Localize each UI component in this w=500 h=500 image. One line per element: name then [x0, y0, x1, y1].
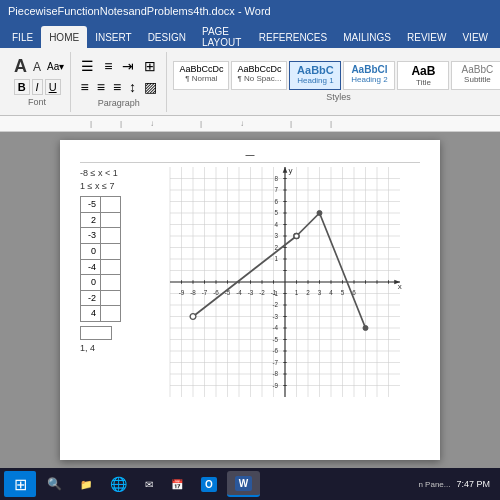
y-tick-7: 7	[275, 186, 279, 193]
font-group-label: Font	[28, 97, 46, 107]
tab-design[interactable]: DESIGN	[140, 26, 194, 48]
start-button[interactable]: ⊞	[4, 471, 36, 497]
style-subtitle[interactable]: AaBbC Subtitle	[451, 61, 500, 90]
x-tick-neg4: -4	[236, 289, 242, 296]
coord-label: 1, 4	[80, 342, 140, 355]
file-explorer-icon: 📁	[80, 479, 92, 490]
font-color-btn[interactable]: Aa▾	[47, 61, 64, 72]
calendar-icon: 📅	[171, 479, 183, 490]
ribbon-group-font: A A Aa▾ B I U Font	[4, 52, 71, 112]
taskbar-word[interactable]: W	[227, 471, 260, 497]
taskbar-browser[interactable]: 🌐	[102, 471, 135, 497]
italic-icon[interactable]: I	[32, 79, 43, 95]
tab-file[interactable]: FILE	[4, 26, 41, 48]
table-cell: 0	[81, 275, 101, 291]
align-right-icon[interactable]: ≡	[110, 78, 124, 96]
table-row: 2	[81, 212, 121, 228]
tab-view[interactable]: VIEW	[454, 26, 496, 48]
tab-references[interactable]: REFERENCES	[251, 26, 335, 48]
style-title[interactable]: AaB Title	[397, 61, 449, 90]
table-cell: -4	[81, 259, 101, 275]
value-table: -5 2 -3 0 -4	[80, 196, 121, 322]
underline-icon[interactable]: U	[45, 79, 61, 95]
table-cell	[101, 275, 121, 291]
filled-circle-peak	[317, 210, 322, 215]
time-display: 7:47 PM	[456, 479, 490, 489]
page-top-indicator: —	[80, 150, 420, 163]
tab-home[interactable]: HOME	[41, 26, 87, 48]
list-bullets-icon[interactable]: ☰	[77, 56, 98, 76]
table-row: 4	[81, 306, 121, 322]
table-cell: 0	[81, 243, 101, 259]
x-tick-4: 4	[329, 289, 333, 296]
y-tick-4: 4	[275, 221, 279, 228]
y-tick-neg5: -5	[272, 336, 278, 343]
y-tick-neg6: -6	[272, 347, 278, 354]
taskbar-file-explorer[interactable]: 📁	[72, 471, 100, 497]
tab-page-layout[interactable]: PAGE LAYOUT	[194, 26, 251, 48]
ruler-mark-arrow: ↓	[240, 119, 244, 128]
y-tick-neg8: -8	[272, 370, 278, 377]
styles-row: AaBbCcDc ¶ Normal AaBbCcDc ¶ No Spac... …	[173, 61, 500, 90]
clock-time: 7:47	[456, 479, 474, 489]
search-button[interactable]: 🔍	[40, 471, 68, 497]
x-tick-neg6: -6	[213, 289, 219, 296]
list-numbers-icon[interactable]: ≡	[100, 56, 116, 76]
table-cell: -5	[81, 197, 101, 213]
browser-icon: 🌐	[110, 476, 127, 492]
font-size-large-a: A	[10, 56, 31, 77]
table-cell: -3	[81, 228, 101, 244]
tab-mailings[interactable]: MAILINGS	[335, 26, 399, 48]
align-left-icon[interactable]: ≡	[78, 78, 92, 96]
filled-circle-end	[363, 325, 368, 330]
y-tick-neg4: -4	[272, 324, 278, 331]
table-cell	[101, 212, 121, 228]
doc-area: — -8 ≤ x < 1 1 ≤ x ≤ 7 -5 2 -3	[0, 132, 500, 468]
ruler-mark: |	[200, 119, 202, 128]
x-tick-3: 3	[318, 289, 322, 296]
table-row: 0	[81, 243, 121, 259]
font-size-small-a: A	[33, 60, 41, 74]
taskbar-calendar[interactable]: 📅	[163, 471, 191, 497]
x-tick-2: 2	[306, 289, 310, 296]
table-cell	[101, 243, 121, 259]
tab-insert[interactable]: INSERT	[87, 26, 140, 48]
shading-icon[interactable]: ▨	[141, 78, 160, 96]
table-row: -2	[81, 290, 121, 306]
coordinate-graph: x y	[170, 167, 400, 397]
table-row: -5	[81, 197, 121, 213]
indent-icon[interactable]: ⇥	[118, 56, 138, 76]
left-panel: -8 ≤ x < 1 1 ≤ x ≤ 7 -5 2 -3	[80, 167, 140, 397]
nav-pane-label: n Pane...	[418, 480, 450, 489]
line-spacing-icon[interactable]: ↕	[126, 78, 139, 96]
y-axis-arrow	[283, 167, 288, 173]
style-no-spacing[interactable]: AaBbCcDc ¶ No Spac...	[231, 61, 287, 90]
y-tick-3: 3	[275, 232, 279, 239]
ruler-mark: |	[290, 119, 292, 128]
extra-box	[80, 326, 112, 340]
y-tick-6: 6	[275, 198, 279, 205]
ribbon-tabs: FILE HOME INSERT DESIGN PAGE LAYOUT REFE…	[0, 22, 500, 48]
x-tick-neg8: -8	[190, 289, 196, 296]
clock-ampm: PM	[477, 479, 491, 489]
taskbar-mail[interactable]: ✉	[137, 471, 161, 497]
x-tick-5: 5	[341, 289, 345, 296]
document-title: PiecewiseFunctionNotesandProblems4th.doc…	[8, 5, 271, 17]
bold-icon[interactable]: B	[14, 79, 30, 95]
align-icon[interactable]: ⊞	[140, 56, 160, 76]
tab-review[interactable]: REVIEW	[399, 26, 454, 48]
open-circle-second	[294, 233, 299, 238]
y-tick-neg1: -1	[272, 290, 278, 297]
y-tick-neg2: -2	[272, 301, 278, 308]
x-tick-neg3: -3	[248, 289, 254, 296]
style-heading1[interactable]: AaBbC Heading 1	[289, 61, 341, 90]
taskbar-outlook[interactable]: O	[193, 471, 225, 497]
styles-group-label: Styles	[326, 92, 351, 102]
table-cell: -2	[81, 290, 101, 306]
style-heading2[interactable]: AaBbCl Heading 2	[343, 61, 395, 90]
table-cell	[101, 259, 121, 275]
y-tick-neg3: -3	[272, 313, 278, 320]
align-center-icon[interactable]: ≡	[94, 78, 108, 96]
style-normal[interactable]: AaBbCcDc ¶ Normal	[173, 61, 229, 90]
outlook-icon: O	[201, 477, 217, 492]
